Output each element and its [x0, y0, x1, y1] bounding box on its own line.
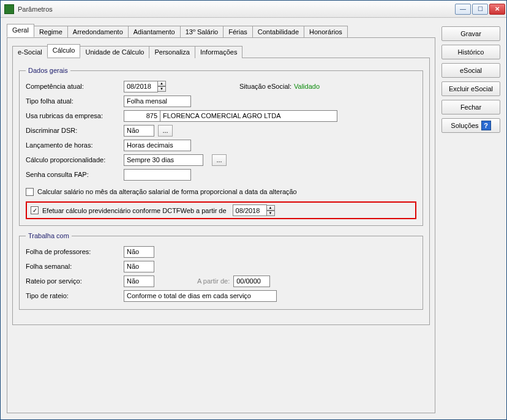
- window-controls: — ☐ ✕: [455, 4, 505, 15]
- solucoes-button[interactable]: Soluções ?: [441, 118, 500, 133]
- discriminar-dsr-input[interactable]: Não: [124, 125, 154, 137]
- inner-tabstrip: e-Social Cálculo Unidade de Cálculo Pers…: [12, 44, 430, 58]
- situacao-value: Validado: [294, 83, 320, 90]
- close-button[interactable]: ✕: [489, 4, 505, 15]
- app-icon: [4, 4, 14, 14]
- lancamento-horas-input[interactable]: Horas decimais: [124, 140, 191, 151]
- competencia-spinner[interactable]: 08/2018 ▲▼: [124, 81, 166, 92]
- tab-13-salario[interactable]: 13º Salário: [180, 26, 224, 38]
- tab-adiantamento[interactable]: Adiantamento: [128, 26, 181, 38]
- calc-prop-label: Cálculo proporcionalidade:: [26, 156, 124, 163]
- tipo-rateio-label: Tipo de rateio:: [26, 292, 124, 299]
- inner-tab-panel: Dados gerais Competência atual: 08/2018 …: [12, 58, 430, 325]
- window-title: Parâmetros: [18, 6, 455, 13]
- folha-sem-label: Folha semanal:: [26, 263, 124, 270]
- tipo-folha-input[interactable]: Folha mensal: [124, 96, 191, 107]
- senha-fap-input[interactable]: [124, 169, 191, 181]
- tab-arredondamento[interactable]: Arredondamento: [67, 26, 129, 38]
- outer-tab-panel: e-Social Cálculo Unidade de Cálculo Pers…: [7, 37, 435, 413]
- chk-calc-salario-proporcional[interactable]: [26, 188, 34, 196]
- dctfweb-date-input[interactable]: 08/2018: [233, 204, 267, 216]
- folha-prof-label: Folha de professores:: [26, 248, 124, 255]
- folha-prof-input[interactable]: Não: [124, 246, 154, 258]
- parametros-window: Parâmetros — ☐ ✕ Geral Regime Arredondam…: [0, 0, 507, 420]
- dados-gerais-group: Dados gerais Competência atual: 08/2018 …: [19, 67, 423, 226]
- calc-prop-lookup[interactable]: ...: [212, 154, 227, 166]
- main-content: Geral Regime Arredondamento Adiantamento…: [7, 24, 435, 413]
- usa-rubricas-label: Usa rubricas da empresa:: [26, 112, 124, 119]
- a-partir-de-label: A partir de:: [197, 277, 230, 285]
- spin-down-icon[interactable]: ▼: [266, 211, 275, 216]
- tab-geral[interactable]: Geral: [7, 24, 34, 37]
- historico-button[interactable]: Histórico: [441, 45, 500, 59]
- minimize-button[interactable]: —: [455, 4, 471, 15]
- calc-prop-input[interactable]: Sempre 30 dias: [124, 154, 203, 166]
- subtab-calculo[interactable]: Cálculo: [47, 44, 81, 58]
- excluir-esocial-button[interactable]: Excluir eSocial: [441, 81, 500, 96]
- subtab-unidade-calculo[interactable]: Unidade de Cálculo: [80, 46, 149, 58]
- dctfweb-highlight: Efetuar cálculo previdenciário conforme …: [26, 201, 416, 219]
- competencia-input[interactable]: 08/2018: [124, 81, 158, 92]
- fechar-button[interactable]: Fechar: [441, 100, 500, 114]
- tipo-folha-label: Tipo folha atual:: [26, 97, 124, 105]
- discriminar-dsr-label: Discriminar DSR:: [26, 127, 124, 134]
- chk-dctfweb-label: Efetuar cálculo previdenciário conforme …: [42, 207, 227, 214]
- maximize-button[interactable]: ☐: [472, 4, 488, 15]
- chk-dctfweb[interactable]: [31, 206, 39, 214]
- spin-down-icon[interactable]: ▼: [157, 86, 166, 92]
- spin-up-icon[interactable]: ▲: [266, 205, 275, 211]
- subtab-personaliza[interactable]: Personaliza: [149, 46, 195, 58]
- rateio-serv-label: Rateio por serviço:: [26, 277, 124, 285]
- a-partir-de-input[interactable]: 00/0000: [233, 276, 270, 287]
- tipo-rateio-input[interactable]: Conforme o total de dias em cada serviço: [124, 290, 277, 302]
- body-area: Geral Regime Arredondamento Adiantamento…: [1, 18, 506, 419]
- help-icon: ?: [481, 121, 491, 130]
- esocial-button[interactable]: eSocial: [441, 63, 500, 78]
- tab-contabilidade[interactable]: Contabilidade: [252, 26, 304, 38]
- discriminar-dsr-lookup[interactable]: ...: [158, 125, 173, 137]
- spin-up-icon[interactable]: ▲: [157, 81, 166, 86]
- lancamento-horas-label: Lançamento de horas:: [26, 141, 124, 149]
- trabalha-com-group: Trabalha com Folha de professores: Não F…: [19, 232, 423, 310]
- usa-rubricas-codigo[interactable]: 875: [124, 110, 160, 122]
- trabalha-com-legend: Trabalha com: [26, 232, 72, 239]
- gravar-button[interactable]: Gravar: [441, 26, 500, 41]
- subtab-esocial[interactable]: e-Social: [12, 46, 48, 58]
- folha-sem-input[interactable]: Não: [124, 261, 154, 272]
- solucoes-label: Soluções: [451, 122, 478, 129]
- dados-gerais-legend: Dados gerais: [26, 67, 70, 74]
- tab-honorarios[interactable]: Honorários: [304, 26, 348, 38]
- tab-regime[interactable]: Regime: [34, 26, 68, 38]
- competencia-label: Competência atual:: [26, 83, 124, 90]
- chk-calc-salario-proporcional-label: Calcular salário no mês da alteração sal…: [37, 188, 297, 195]
- senha-fap-label: Senha consulta FAP:: [26, 171, 124, 178]
- tab-ferias[interactable]: Férias: [223, 26, 253, 38]
- dctfweb-date-spinner[interactable]: 08/2018 ▲▼: [233, 204, 275, 216]
- usa-rubricas-nome: FLORENCA COMERCIAL AGRO LTDA: [160, 110, 337, 122]
- rateio-serv-input[interactable]: Não: [124, 276, 154, 287]
- subtab-informacoes[interactable]: Informações: [195, 46, 243, 58]
- side-buttons: Gravar Histórico eSocial Excluir eSocial…: [441, 24, 500, 413]
- situacao-label: Situação eSocial:: [239, 83, 291, 90]
- titlebar[interactable]: Parâmetros — ☐ ✕: [1, 1, 506, 18]
- outer-tabstrip: Geral Regime Arredondamento Adiantamento…: [7, 24, 435, 37]
